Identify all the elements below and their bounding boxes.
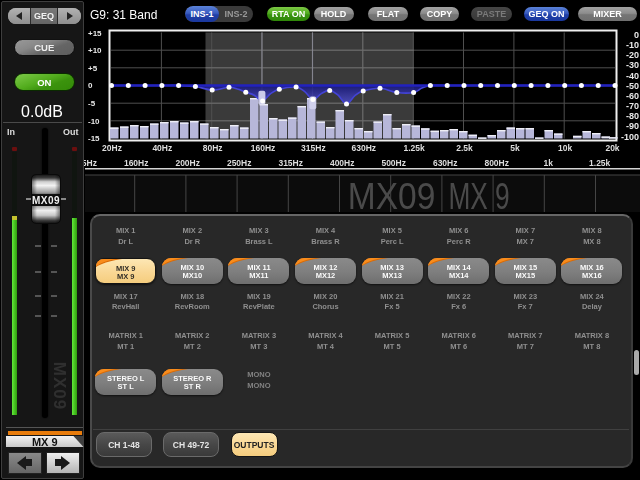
svg-text:+5: +5 xyxy=(88,64,98,73)
svg-text:MX 9: MX 9 xyxy=(448,176,509,217)
svg-text:-60: -60 xyxy=(626,91,639,101)
svg-text:20Hz: 20Hz xyxy=(102,143,122,153)
svg-text:-80: -80 xyxy=(626,111,639,121)
svg-text:-15: -15 xyxy=(88,134,100,143)
svg-text:MX09: MX09 xyxy=(348,176,436,217)
svg-text:5k: 5k xyxy=(510,143,520,153)
svg-text:-40: -40 xyxy=(626,71,639,81)
svg-text:-20: -20 xyxy=(626,50,639,60)
svg-text:1k: 1k xyxy=(543,158,553,168)
svg-text:-30: -30 xyxy=(626,60,639,70)
svg-text:500Hz: 500Hz xyxy=(381,158,406,168)
svg-text:-100: -100 xyxy=(621,132,639,142)
svg-text:160Hz: 160Hz xyxy=(124,158,149,168)
svg-text:0: 0 xyxy=(88,81,93,90)
svg-text:-10: -10 xyxy=(88,117,100,126)
svg-text:1.25k: 1.25k xyxy=(403,143,425,153)
svg-text:-50: -50 xyxy=(626,81,639,91)
svg-text:-90: -90 xyxy=(626,121,639,131)
svg-text:0: 0 xyxy=(634,30,639,40)
svg-text:800Hz: 800Hz xyxy=(484,158,509,168)
svg-text:-10: -10 xyxy=(626,40,639,50)
svg-text:1.25k: 1.25k xyxy=(589,158,611,168)
svg-text:250Hz: 250Hz xyxy=(227,158,252,168)
svg-text:630Hz: 630Hz xyxy=(433,158,458,168)
svg-text:160Hz: 160Hz xyxy=(251,143,276,153)
svg-text:400Hz: 400Hz xyxy=(330,158,355,168)
svg-text:-70: -70 xyxy=(626,101,639,111)
svg-text:80Hz: 80Hz xyxy=(203,143,223,153)
svg-text:+15: +15 xyxy=(88,29,102,38)
svg-text:-5: -5 xyxy=(88,99,96,108)
svg-text:20k: 20k xyxy=(605,143,619,153)
svg-text:10k: 10k xyxy=(558,143,572,153)
svg-text:630Hz: 630Hz xyxy=(352,143,377,153)
svg-text:315Hz: 315Hz xyxy=(301,143,326,153)
svg-text:+10: +10 xyxy=(88,46,102,55)
svg-text:2.5k: 2.5k xyxy=(456,143,473,153)
svg-text:200Hz: 200Hz xyxy=(175,158,200,168)
svg-text:40Hz: 40Hz xyxy=(152,143,172,153)
svg-text:315Hz: 315Hz xyxy=(278,158,303,168)
